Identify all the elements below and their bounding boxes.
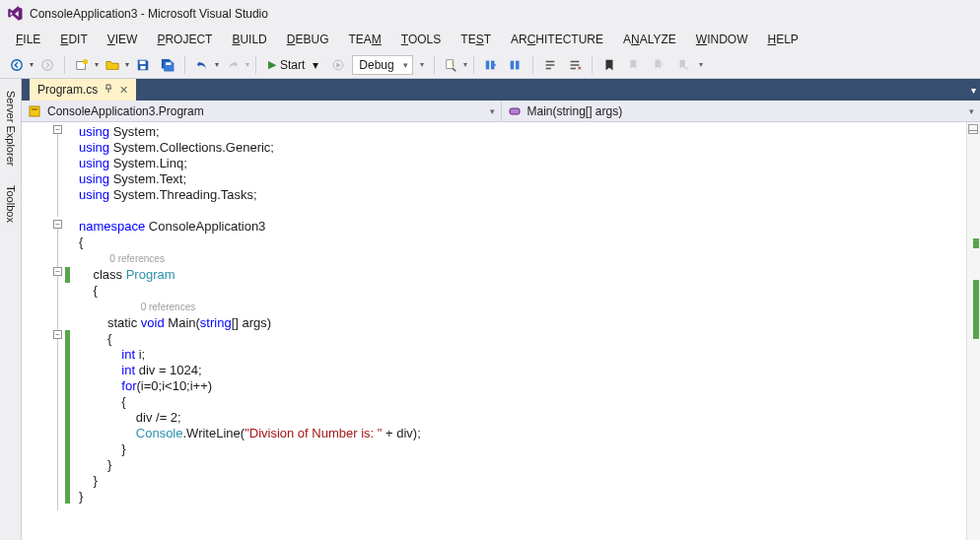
marker-bar: — bbox=[966, 122, 980, 540]
file-tab-label: Program.cs bbox=[37, 83, 98, 97]
menu-test[interactable]: TEST bbox=[451, 31, 501, 48]
menu-architecture[interactable]: ARCHITECTURE bbox=[501, 31, 613, 48]
svg-rect-12 bbox=[516, 60, 520, 69]
menu-window[interactable]: WINDOW bbox=[686, 31, 758, 48]
svg-rect-14 bbox=[32, 108, 37, 110]
side-panel: Server Explorer Toolbox bbox=[0, 79, 22, 540]
next-bookmark-button[interactable] bbox=[648, 54, 669, 76]
step-into-button[interactable] bbox=[480, 54, 502, 76]
fold-toggle[interactable]: − bbox=[53, 330, 62, 339]
uncomment-button[interactable] bbox=[564, 54, 586, 76]
menu-team[interactable]: TEAM bbox=[338, 31, 390, 48]
window-title: ConsoleApplication3 - Microsoft Visual S… bbox=[30, 7, 268, 21]
file-tab-program[interactable]: Program.cs ✕ bbox=[30, 79, 136, 101]
toolbar: ▾ ▾ ▾ ▾ ▾ ▶Start▾ Debug ▾ ▾ ▾ bbox=[0, 51, 980, 79]
vs-logo-icon bbox=[6, 5, 24, 23]
document-tabstrip: Program.cs ✕ ▾ bbox=[22, 79, 980, 101]
start-debug-button[interactable]: ▶Start▾ bbox=[262, 54, 324, 76]
nav-back-button[interactable]: ▾ bbox=[6, 54, 34, 76]
redo-button[interactable]: ▾ bbox=[222, 54, 249, 76]
editor-gutter: − − − − bbox=[22, 122, 73, 540]
menu-debug[interactable]: DEBUG bbox=[277, 31, 339, 48]
code-text[interactable]: using System; using System.Collections.G… bbox=[73, 122, 966, 540]
new-project-button[interactable]: ▾ bbox=[71, 54, 99, 76]
svg-point-1 bbox=[42, 59, 53, 70]
find-in-files-button[interactable] bbox=[441, 54, 462, 76]
comment-button[interactable] bbox=[539, 54, 561, 76]
open-file-button[interactable]: ▾ bbox=[102, 54, 129, 76]
configuration-select[interactable]: Debug bbox=[352, 55, 412, 75]
title-bar: ConsoleApplication3 - Microsoft Visual S… bbox=[0, 0, 980, 28]
member-dropdown[interactable]: Main(string[] args) bbox=[502, 101, 981, 121]
svg-rect-4 bbox=[140, 60, 146, 64]
fold-toggle[interactable]: − bbox=[53, 220, 62, 229]
menu-build[interactable]: BUILD bbox=[222, 31, 276, 48]
scope-dropdown[interactable]: ConsoleApplication3.Program bbox=[22, 101, 502, 121]
config-caret[interactable]: ▾ bbox=[416, 54, 428, 76]
svg-rect-10 bbox=[491, 60, 495, 69]
code-editor[interactable]: − − − − using System; using System.Colle… bbox=[22, 122, 980, 540]
svg-rect-15 bbox=[510, 108, 520, 114]
bookmark-button[interactable] bbox=[598, 54, 620, 76]
fold-toggle[interactable]: − bbox=[53, 125, 62, 134]
menu-tools[interactable]: TOOLS bbox=[391, 31, 451, 48]
toolbox-tab[interactable]: Toolbox bbox=[3, 179, 19, 229]
clear-bookmarks-button[interactable] bbox=[672, 54, 694, 76]
undo-button[interactable]: ▾ bbox=[191, 54, 219, 76]
server-explorer-tab[interactable]: Server Explorer bbox=[3, 85, 19, 171]
pin-icon[interactable] bbox=[104, 83, 113, 97]
svg-point-0 bbox=[12, 59, 23, 70]
svg-rect-13 bbox=[30, 106, 39, 116]
member-label: Main(string[] args) bbox=[527, 104, 623, 118]
menu-analyze[interactable]: ANALYZE bbox=[613, 31, 686, 48]
start-options-button[interactable] bbox=[327, 54, 349, 76]
navigation-bar: ConsoleApplication3.Program Main(string[… bbox=[22, 101, 980, 122]
menu-edit[interactable]: EDIT bbox=[50, 31, 97, 48]
split-icon[interactable]: — bbox=[968, 124, 978, 134]
fold-toggle[interactable]: − bbox=[53, 267, 62, 276]
menu-bar: FILE EDIT VIEW PROJECT BUILD DEBUG TEAM … bbox=[0, 28, 980, 51]
save-all-button[interactable] bbox=[157, 54, 178, 76]
save-button[interactable] bbox=[132, 54, 154, 76]
close-tab-icon[interactable]: ✕ bbox=[119, 84, 128, 97]
menu-view[interactable]: VIEW bbox=[98, 31, 148, 48]
svg-rect-5 bbox=[140, 65, 145, 69]
class-icon bbox=[28, 104, 41, 118]
menu-project[interactable]: PROJECT bbox=[147, 31, 222, 48]
step-over-button[interactable] bbox=[505, 54, 526, 76]
menu-help[interactable]: HELP bbox=[757, 31, 807, 48]
tab-overflow-button[interactable]: ▾ bbox=[971, 79, 976, 101]
menu-file[interactable]: FILE bbox=[6, 31, 50, 48]
scope-label: ConsoleApplication3.Program bbox=[47, 104, 204, 118]
nav-forward-button[interactable] bbox=[36, 54, 58, 76]
prev-bookmark-button[interactable] bbox=[623, 54, 645, 76]
method-icon bbox=[508, 104, 522, 118]
svg-rect-6 bbox=[166, 62, 171, 65]
svg-rect-9 bbox=[485, 60, 489, 69]
svg-point-3 bbox=[83, 58, 88, 63]
